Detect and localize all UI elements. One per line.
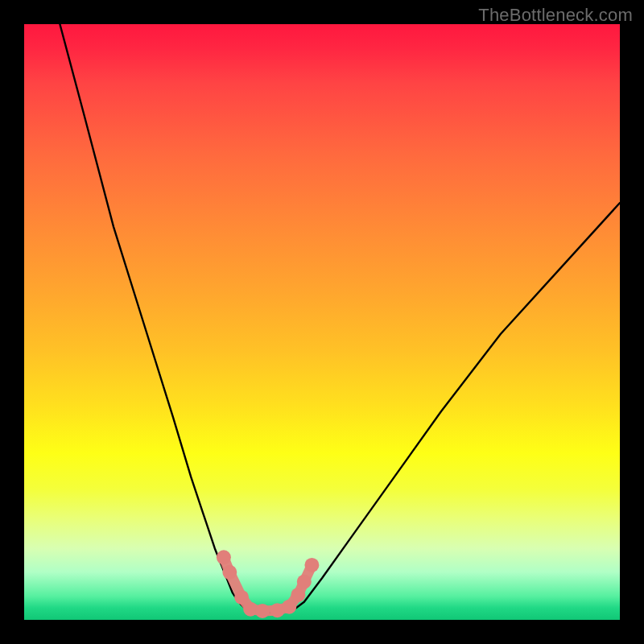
bead-connector (224, 557, 312, 611)
bead-marker (297, 575, 312, 589)
bead-marker (222, 565, 237, 580)
plot-area (24, 24, 620, 620)
watermark-text: TheBottleneck.com (478, 5, 633, 26)
bottleneck-curve (60, 24, 620, 613)
marker-group (217, 550, 320, 618)
outer-frame: TheBottleneck.com (0, 0, 644, 644)
bead-marker (234, 590, 249, 605)
bead-marker (291, 588, 305, 602)
curve-group (60, 24, 620, 613)
bead-marker (282, 600, 296, 614)
chart-svg (24, 24, 620, 620)
bead-marker (255, 604, 270, 618)
bead-marker (217, 550, 231, 564)
bead-marker (270, 603, 285, 617)
bead-marker (304, 558, 319, 572)
bead-marker (243, 602, 258, 617)
